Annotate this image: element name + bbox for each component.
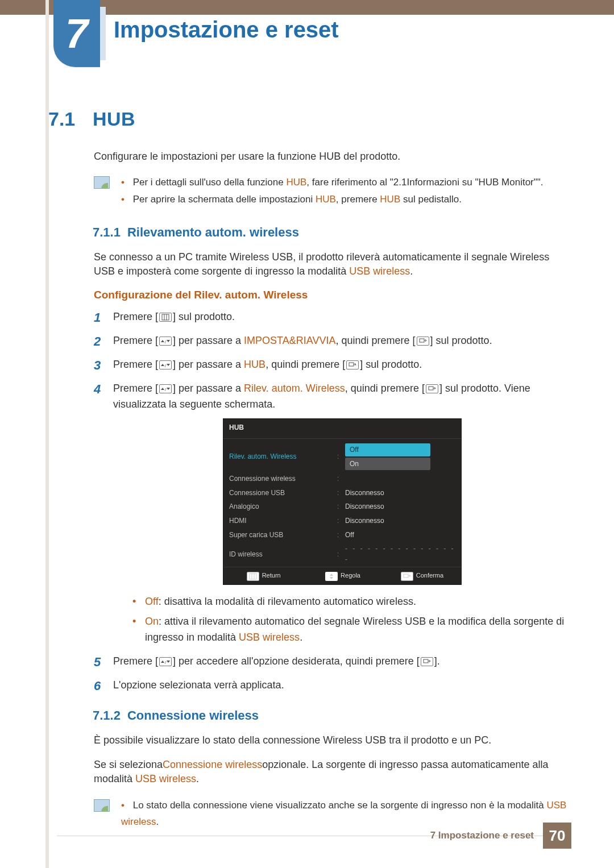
label: Regola	[341, 572, 360, 579]
svg-text:/: /	[165, 339, 167, 344]
hub-ref: HUB	[380, 194, 400, 205]
text: , quindi premere [	[335, 335, 415, 346]
content: 7.1 HUB Configurare le impostazioni per …	[48, 108, 571, 834]
osd-adjust[interactable]: Regola	[302, 567, 381, 584]
text: , quindi premere [	[265, 359, 345, 370]
link-text: USB wireless	[239, 632, 300, 643]
colon: :	[337, 501, 345, 512]
enter-icon	[346, 360, 359, 369]
text: Premere [	[113, 335, 158, 346]
text: Se si seleziona	[94, 759, 163, 770]
step-3: Premere [/] per passare a HUB, quindi pr…	[94, 357, 571, 373]
step-4: Premere [/] per passare a Rilev. autom. …	[94, 381, 571, 646]
colon: :	[337, 488, 345, 499]
svg-rect-14	[424, 659, 428, 663]
menu-icon	[247, 572, 259, 581]
svg-rect-9	[250, 574, 256, 579]
colon: :	[337, 451, 345, 462]
page-footer: 7 Impostazione e reset 70	[430, 823, 571, 849]
svg-text:/: /	[165, 363, 167, 368]
note-icon	[94, 799, 110, 812]
osd-rows: Rilev. autom. Wireless: Off On Connessio…	[223, 439, 461, 567]
text: : attiva il rilevamento automatico del s…	[145, 616, 564, 643]
text: Premere [	[113, 655, 158, 667]
osd-row-value: Disconnesso	[345, 488, 455, 499]
step-1: Premere [] sul prodotto.	[94, 309, 571, 325]
text: .	[156, 816, 159, 827]
text: Per i dettagli sull'uso della funzione	[133, 177, 287, 188]
h4-config: Configurazione del Rilev. autom. Wireles…	[94, 289, 571, 301]
svg-rect-6	[349, 363, 354, 366]
subsection-title: Rilevamento autom. wireless	[127, 225, 299, 240]
section-heading: 7.1 HUB	[48, 108, 571, 130]
enter-icon	[401, 572, 413, 581]
link-text: Rilev. autom. Wireless	[244, 383, 345, 394]
osd-return[interactable]: Return	[223, 567, 302, 584]
hub-ref: HUB	[286, 177, 306, 188]
text: ].	[434, 655, 440, 667]
svg-text:/: /	[165, 387, 167, 392]
text: .	[300, 632, 302, 643]
text: ] per passare a	[173, 383, 244, 394]
updown-icon: /	[159, 360, 172, 369]
option-off[interactable]: Off	[345, 443, 430, 456]
subsection-number: 7.1.1	[93, 225, 121, 240]
enter-icon	[417, 337, 429, 346]
svg-rect-0	[162, 314, 169, 320]
bullet-on: On: attiva il rilevamento automatico del…	[132, 614, 571, 646]
menu-icon	[159, 313, 172, 322]
svg-text:/: /	[165, 660, 167, 665]
osd-menu: HUB Rilev. autom. Wireless: Off On Conne…	[223, 418, 462, 585]
option-bullets: Off: disattiva la modalità di rilevament…	[132, 594, 571, 646]
enter-icon	[426, 384, 438, 393]
footer-chapter: 7 Impostazione e reset	[430, 830, 534, 841]
subsection-712: 7.1.2 Connessione wireless	[93, 708, 571, 723]
text: .	[410, 265, 413, 277]
text: , premere	[336, 194, 380, 205]
text: .	[196, 773, 199, 784]
label: Conferma	[416, 572, 443, 579]
osd-row-label: Super carica USB	[229, 530, 337, 541]
text: , quindi premere [	[345, 383, 425, 394]
osd-row-label: Analogico	[229, 501, 337, 512]
text: Lo stato della connessione viene visuali…	[133, 800, 547, 811]
colon: :	[337, 530, 345, 541]
text: Premere [	[113, 311, 158, 322]
label: Return	[262, 572, 281, 579]
hub-ref: HUB	[316, 194, 336, 205]
text: ] per accedere all'opzione desiderata, q…	[173, 655, 420, 667]
osd-row-label: Connessione USB	[229, 488, 337, 499]
chapter-number: 7	[65, 13, 88, 54]
intro-text: Configurare le impostazioni per usare la…	[94, 149, 571, 164]
osd-row-value: Off On	[345, 443, 455, 470]
osd-confirm[interactable]: Conferma	[382, 567, 461, 584]
osd-row-value: - - - - - - - - - - - - - - - -	[345, 543, 455, 564]
svg-rect-4	[420, 339, 424, 342]
text: ] sul prodotto.	[430, 335, 492, 346]
osd-title: HUB	[223, 419, 461, 439]
step-6: L'opzione selezionata verrà applicata.	[94, 678, 571, 693]
colon: :	[337, 549, 345, 560]
link-text: IMPOSTA&RIAVVIA	[244, 335, 335, 346]
svg-rect-8	[429, 387, 433, 390]
osd-footer: Return Regola Conferma	[223, 567, 461, 584]
label: On	[145, 616, 159, 627]
link-text: HUB	[244, 359, 265, 370]
page-number-badge: 70	[543, 823, 571, 849]
option-on[interactable]: On	[345, 458, 430, 471]
note-item: Per i dettagli sull'uso della funzione H…	[121, 174, 544, 191]
text: Per aprire la schermata delle impostazio…	[133, 194, 316, 205]
enter-icon	[421, 657, 433, 666]
colon: :	[337, 474, 345, 484]
text: , fare riferimento al "2.1Informazioni s…	[306, 177, 543, 188]
step-5: Premere [/] per accedere all'opzione des…	[94, 654, 571, 670]
section-number: 7.1	[48, 108, 81, 130]
section-title: HUB	[93, 108, 135, 130]
osd-row-value: Off	[345, 530, 455, 541]
subsection-711: 7.1.1 Rilevamento autom. wireless	[93, 225, 571, 240]
text: Premere [	[113, 359, 158, 370]
chapter-badge: 7	[53, 0, 100, 67]
text: ] sul prodotto.	[173, 311, 235, 322]
subsection-title: Connessione wireless	[127, 708, 259, 723]
osd-row-label: HDMI	[229, 516, 337, 526]
